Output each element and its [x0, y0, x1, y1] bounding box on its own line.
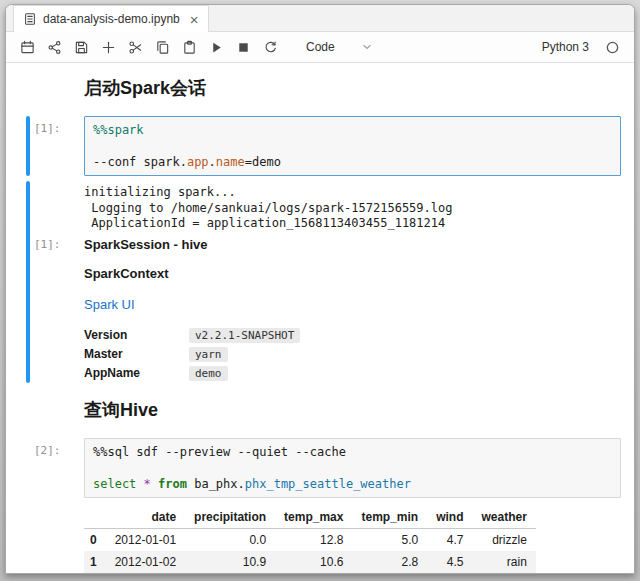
code-token: ba_phx. [187, 477, 245, 491]
code-editor[interactable]: %%spark --conf spark.app.name=demo [84, 116, 621, 176]
code-line [93, 460, 612, 476]
code-cell-1: [1]: %%spark --conf spark.app.name=demo [6, 116, 634, 176]
df-cell: 4.7 [427, 528, 472, 551]
scissors-icon [128, 40, 143, 55]
save-button[interactable] [70, 36, 93, 59]
df-cell: 2012-01-03 [106, 573, 185, 574]
chevron-down-icon [361, 41, 373, 53]
spark-info-value: v2.2.1-SNAPSHOT [189, 328, 300, 343]
df-column-header: weather [472, 506, 535, 529]
df-cell: 10.9 [185, 551, 275, 573]
save-icon [74, 40, 89, 55]
output-prompt: [1]: [30, 236, 84, 383]
df-cell: rain [472, 573, 535, 574]
df-row-index: 2 [84, 573, 106, 574]
notebook-toolbar: Code Python 3 [6, 32, 634, 63]
tab-title: data-analysis-demo.ipynb [43, 12, 180, 26]
code-line: --conf spark.app.name=demo [93, 154, 612, 170]
df-column-header: precipitation [185, 506, 275, 529]
share-button[interactable] [43, 36, 66, 59]
jupyter-window: data-analysis-demo.ipynb × [5, 4, 635, 574]
spark-info-label: AppName [84, 366, 189, 380]
code-line: %%sql sdf --preview --quiet --cache [93, 444, 612, 460]
code-cell-2: [2]: %%sql sdf --preview --quiet --cache… [6, 438, 634, 498]
tab-close-button[interactable]: × [190, 12, 199, 27]
df-column-header: temp_max [275, 506, 352, 529]
df-row: 22012-01-030.811.77.22.3rain [84, 573, 536, 574]
kernel-status-indicator[interactable] [605, 39, 622, 56]
code-cell-1-output: initializing spark... Logging to /home/s… [6, 181, 634, 383]
calendar-button[interactable] [16, 36, 39, 59]
spark-info-row: AppName demo [84, 364, 621, 383]
stop-button[interactable] [232, 36, 255, 59]
spark-info-row: Version v2.2.1-SNAPSHOT [84, 326, 621, 345]
code-token: select [93, 477, 136, 491]
run-button[interactable] [205, 36, 228, 59]
df-cell: 4.5 [427, 551, 472, 573]
df-index-header [84, 506, 106, 529]
df-cell: rain [472, 551, 535, 573]
df-cell: 2012-01-01 [106, 528, 185, 551]
section-heading-hive: 查询Hive [84, 399, 621, 421]
df-cell: drizzle [472, 528, 535, 551]
df-cell: 5.0 [352, 528, 427, 551]
df-column-header: temp_min [352, 506, 427, 529]
copy-button[interactable] [151, 36, 174, 59]
cell-gutter [6, 73, 30, 111]
execution-prompt: [2]: [30, 438, 84, 498]
df-cell: 7.2 [352, 573, 427, 574]
cell-type-value: Code [306, 40, 335, 54]
code-token: from [158, 477, 187, 491]
notebook-icon [23, 12, 37, 26]
cell-collapser[interactable] [6, 438, 30, 498]
spark-session-title: SparkSession - hive [84, 237, 621, 253]
plus-icon [101, 40, 116, 55]
insert-cell-button[interactable] [97, 36, 120, 59]
output-prompt-empty [30, 181, 84, 236]
dataframe-table: dateprecipitationtemp_maxtemp_minwindwea… [84, 506, 536, 574]
calendar-icon [20, 40, 35, 55]
cell-collapser[interactable] [6, 116, 30, 176]
code-token: =demo [245, 155, 281, 169]
code-token [136, 477, 143, 491]
output-collapser[interactable] [6, 506, 30, 574]
code-token: phx_tmp_seattle_weather [245, 477, 411, 491]
code-cell-2-output: dateprecipitationtemp_maxtemp_minwindwea… [6, 506, 634, 574]
df-column-header: date [106, 506, 185, 529]
spark-ui-link[interactable]: Spark UI [84, 297, 135, 313]
code-line: select * from ba_phx.phx_tmp_seattle_wea… [93, 476, 612, 492]
df-cell: 10.6 [275, 551, 352, 573]
output-collapser[interactable] [6, 181, 30, 383]
df-cell: 2.8 [352, 551, 427, 573]
df-row: 02012-01-010.012.85.04.7drizzle [84, 528, 536, 551]
restart-icon [263, 40, 278, 55]
spark-context-title: SparkContext [84, 266, 621, 282]
share-icon [47, 40, 62, 55]
paste-button[interactable] [178, 36, 201, 59]
cut-button[interactable] [124, 36, 147, 59]
markdown-cell-2: 查询Hive [6, 395, 634, 433]
spark-info-row: Master yarn [84, 345, 621, 364]
df-row-index: 1 [84, 551, 106, 573]
section-heading-spark: 启动Spark会话 [84, 77, 621, 99]
code-line [93, 138, 612, 154]
cell-type-dropdown[interactable]: Code [302, 38, 377, 56]
df-cell: 0.8 [185, 573, 275, 574]
kernel-name-label[interactable]: Python 3 [542, 40, 589, 54]
code-token [151, 477, 158, 491]
execution-prompt: [1]: [30, 116, 84, 176]
play-icon [209, 40, 224, 55]
df-cell: 2012-01-02 [106, 551, 185, 573]
df-cell: 0.0 [185, 528, 275, 551]
restart-kernel-button[interactable] [259, 36, 282, 59]
stop-icon [236, 40, 251, 55]
output-prompt-empty [30, 506, 84, 574]
code-line: %%spark [93, 122, 612, 138]
notebook-tab[interactable]: data-analysis-demo.ipynb × [13, 5, 209, 32]
df-cell: 2.3 [427, 573, 472, 574]
spark-info-label: Version [84, 328, 189, 342]
code-token: --conf spark. [93, 155, 187, 169]
df-cell: 11.7 [275, 573, 352, 574]
code-token: app [187, 155, 209, 169]
code-editor[interactable]: %%sql sdf --preview --quiet --cache sele… [84, 438, 621, 498]
